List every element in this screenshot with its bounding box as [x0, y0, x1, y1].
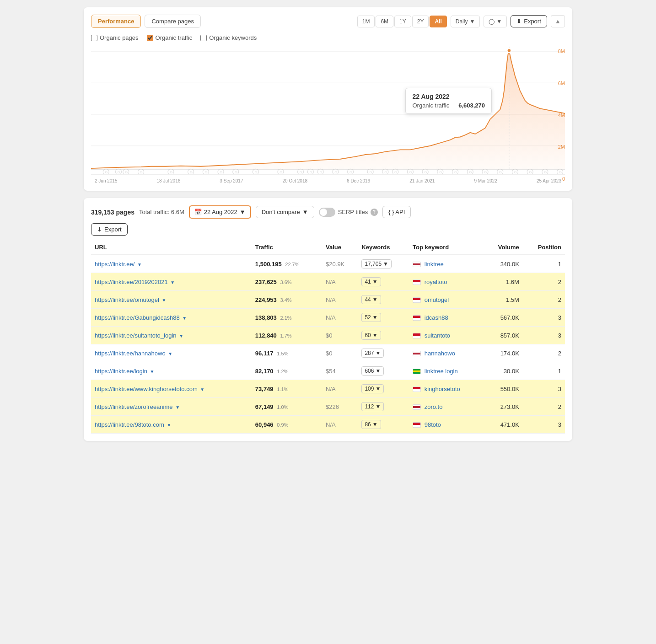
col-traffic: Traffic: [252, 240, 322, 255]
performance-button[interactable]: Performance: [91, 15, 141, 28]
col-position: Position: [523, 240, 565, 255]
url-link[interactable]: https://linktr.ee/2019202021: [95, 279, 168, 285]
url-link[interactable]: https://linktr.ee/: [95, 261, 134, 268]
traffic-cell: 73,749 1.1%: [252, 380, 322, 398]
keyword-link[interactable]: idcash88: [425, 314, 448, 321]
url-link[interactable]: https://linktr.ee/www.kinghorsetoto.com: [95, 386, 198, 392]
chevron-down-icon: ▼: [240, 209, 246, 215]
organic-pages-checkbox[interactable]: Organic pages: [91, 34, 139, 41]
url-link[interactable]: https://linktr.ee/sultantoto_login: [95, 332, 177, 339]
keywords-badge[interactable]: 606 ▼: [361, 366, 384, 376]
keyword-link[interactable]: 98toto: [425, 421, 441, 428]
organic-traffic-checkbox[interactable]: Organic traffic: [147, 34, 193, 41]
time-6m[interactable]: 6M: [376, 16, 393, 27]
svg-text:G: G: [205, 170, 208, 174]
export-table-icon: ⬇: [97, 226, 102, 233]
organic-keywords-checkbox[interactable]: Organic keywords: [200, 34, 257, 41]
time-2y[interactable]: 2Y: [412, 16, 429, 27]
top-keyword-cell: royaltoto: [409, 273, 484, 291]
col-keywords: Keywords: [358, 240, 409, 255]
volume-cell: 1.6M: [484, 273, 523, 291]
keywords-badge[interactable]: 60 ▼: [361, 331, 381, 340]
url-chevron[interactable]: ▼: [182, 316, 187, 321]
keywords-badge[interactable]: 41 ▼: [361, 277, 381, 286]
time-1y[interactable]: 1Y: [394, 16, 411, 27]
api-button[interactable]: { } API: [382, 206, 411, 218]
keyword-link[interactable]: kinghorsetoto: [425, 386, 460, 392]
keywords-badge[interactable]: 86 ▼: [361, 420, 381, 429]
url-chevron[interactable]: ▼: [200, 387, 204, 392]
export-icon: ⬇: [516, 18, 522, 25]
keywords-cell: 41 ▼: [358, 273, 409, 291]
url-chevron[interactable]: ▼: [150, 369, 155, 374]
keywords-cell: 606 ▼: [358, 362, 409, 380]
keywords-badge[interactable]: 287 ▼: [361, 349, 384, 358]
keywords-badge[interactable]: 109 ▼: [361, 384, 384, 393]
url-chevron[interactable]: ▼: [168, 351, 172, 356]
keyword-link[interactable]: zoro.to: [425, 403, 443, 410]
url-cell: https://linktr.ee/sultantoto_login ▼: [91, 327, 252, 344]
keyword-link[interactable]: linktree login: [425, 368, 458, 375]
export-table-button[interactable]: ⬇ Export: [91, 223, 128, 236]
flag-us: [413, 262, 421, 267]
col-top-keyword: Top keyword: [409, 240, 484, 255]
table-row: https://linktr.ee/zorofreeanime ▼ 67,149…: [91, 398, 565, 416]
traffic-cell: 1,500,195 22.7%: [252, 255, 322, 273]
frequency-dropdown[interactable]: Daily ▼: [451, 16, 480, 27]
collapse-button[interactable]: ▲: [551, 15, 565, 27]
keyword-link[interactable]: hannahowo: [425, 350, 455, 357]
flag-id: [413, 333, 421, 338]
compare-pages-button[interactable]: Compare pages: [145, 15, 201, 28]
position-cell: 1: [523, 255, 565, 273]
chart-tooltip: 22 Aug 2022 Organic traffic 6,603,270: [405, 88, 492, 114]
url-chevron[interactable]: ▼: [167, 423, 171, 428]
traffic-cell: 60,946 0.9%: [252, 416, 322, 434]
svg-text:G: G: [300, 170, 302, 174]
flag-us: [413, 404, 421, 410]
time-all[interactable]: All: [430, 16, 446, 27]
table-header-bar: 319,153 pages Total traffic: 6.6M 📅 22 A…: [91, 205, 565, 219]
url-link[interactable]: https://linktr.ee/98toto.com: [95, 421, 164, 428]
results-table: URL Traffic Value Keywords Top keyword V…: [91, 240, 565, 434]
col-value: Value: [322, 240, 358, 255]
keyword-link[interactable]: linktree: [425, 261, 444, 268]
keyword-link[interactable]: royaltoto: [425, 279, 447, 285]
keyword-link[interactable]: omutogel: [425, 296, 449, 303]
table-row: https://linktr.ee/2019202021 ▼ 237,625 3…: [91, 273, 565, 291]
position-cell: 2: [523, 398, 565, 416]
svg-text:G: G: [454, 170, 457, 174]
url-chevron[interactable]: ▼: [175, 405, 180, 410]
serp-help-icon[interactable]: ?: [371, 209, 378, 216]
time-1m[interactable]: 1M: [357, 16, 375, 27]
url-chevron[interactable]: ▼: [179, 333, 183, 338]
keywords-badge[interactable]: 17,705 ▼: [361, 259, 392, 268]
url-chevron[interactable]: ▼: [137, 262, 142, 267]
volume-cell: 340.0K: [484, 255, 523, 273]
url-link[interactable]: https://linktr.ee/hannahowo: [95, 350, 166, 357]
url-cell: https://linktr.ee/zorofreeanime ▼: [91, 398, 252, 416]
date-selector[interactable]: 📅 22 Aug 2022 ▼: [189, 205, 251, 219]
url-link[interactable]: https://linktr.ee/Gabungidcash88: [95, 314, 180, 321]
table-row: https://linktr.ee/sultantoto_login ▼ 112…: [91, 327, 565, 344]
keywords-badge[interactable]: 52 ▼: [361, 313, 381, 322]
value-cell: $54: [322, 362, 358, 380]
notes-dropdown[interactable]: ◯ ▼: [484, 16, 507, 27]
url-chevron[interactable]: ▼: [162, 298, 167, 303]
keyword-link[interactable]: sultantoto: [425, 332, 450, 339]
table-row: https://linktr.ee/login ▼ 82,170 1.2% $5…: [91, 362, 565, 380]
keywords-badge[interactable]: 112 ▼: [361, 402, 384, 411]
export-button[interactable]: ⬇ Export: [511, 15, 547, 27]
url-link[interactable]: https://linktr.ee/omutogel: [95, 296, 159, 303]
top-keyword-cell: kinghorsetoto: [409, 380, 484, 398]
position-cell: 2: [523, 291, 565, 309]
url-chevron[interactable]: ▼: [170, 280, 175, 285]
dont-compare-button[interactable]: Don't compare ▼: [256, 206, 314, 218]
svg-text:G: G: [235, 170, 237, 174]
serp-titles-toggle[interactable]: [319, 208, 335, 217]
url-link[interactable]: https://linktr.ee/login: [95, 368, 147, 375]
keywords-badge[interactable]: 44 ▼: [361, 295, 381, 304]
url-link[interactable]: https://linktr.ee/zorofreeanime: [95, 403, 173, 410]
pages-count: 319,153 pages: [91, 209, 134, 216]
position-cell: 3: [523, 309, 565, 327]
top-keyword-cell: linktree: [409, 255, 484, 273]
